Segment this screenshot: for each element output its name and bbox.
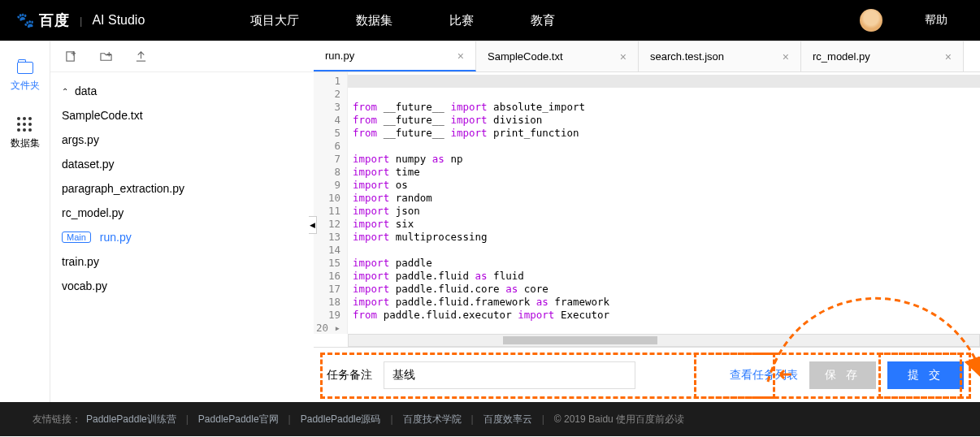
nav-education[interactable]: 教育 [531, 13, 555, 28]
footer-copyright: © 2019 Baidu 使用百度前必读 [554, 413, 684, 426]
editor-tabs: run.py× SampleCode.txt× search.test.json… [314, 41, 980, 72]
close-icon[interactable]: × [783, 50, 789, 63]
close-icon[interactable]: × [620, 50, 627, 63]
rail-dataset-label: 数据集 [11, 136, 40, 150]
logo[interactable]: 🐾 百度 | AI Studio [16, 11, 145, 30]
left-rail: 文件夹 数据集 [0, 41, 50, 402]
footer-link[interactable]: 百度效率云 [483, 413, 532, 426]
footer-link[interactable]: 百度技术学院 [403, 413, 462, 426]
chevron-down-icon: ⌃ [62, 87, 68, 96]
tab-rcmodel[interactable]: rc_model.py× [801, 41, 964, 71]
help-link[interactable]: 帮助 [925, 13, 947, 28]
nav-competition[interactable]: 比赛 [449, 13, 474, 28]
tab-run[interactable]: run.py× [314, 41, 476, 71]
task-note-input[interactable] [384, 361, 635, 389]
new-folder-icon[interactable] [100, 50, 112, 63]
file-item-main[interactable]: Mainrun.py [50, 225, 314, 249]
top-nav: 项目大厅 数据集 比赛 教育 [250, 13, 555, 28]
file-item[interactable]: paragraph_extraction.py [50, 176, 314, 201]
horizontal-scrollbar[interactable] [348, 334, 980, 347]
save-button[interactable]: 保 存 [809, 361, 876, 389]
submit-button[interactable]: 提 交 [887, 361, 964, 389]
user-avatar[interactable] [860, 9, 882, 32]
rail-files[interactable]: 文件夹 [11, 62, 40, 93]
logo-separator: | [80, 15, 82, 27]
logo-sub-text: AI Studio [92, 13, 145, 28]
close-icon[interactable]: × [945, 50, 952, 63]
footer-link[interactable]: PaddlePaddle官网 [198, 413, 279, 426]
nav-datasets[interactable]: 数据集 [356, 13, 392, 28]
footer-link[interactable]: PaddlePaddle训练营 [86, 413, 176, 426]
baidu-paw-icon: 🐾 [16, 11, 34, 29]
new-file-icon[interactable] [65, 50, 77, 63]
upload-icon[interactable] [135, 50, 147, 63]
main-badge: Main [62, 231, 91, 243]
file-item[interactable]: dataset.py [50, 152, 314, 176]
line-gutter: 1234567891011121314151617181920 ▸2122232… [314, 72, 348, 334]
file-toolbar [50, 41, 314, 72]
file-explorer: ⌃data SampleCode.txt args.py dataset.py … [50, 41, 314, 402]
tab-sample[interactable]: SampleCode.txt× [476, 41, 639, 71]
action-bar: 任务备注 查看任务列表 保 存 提 交 [314, 347, 980, 402]
collapse-sidebar-handle[interactable]: ◀ [309, 216, 317, 234]
main-area: 文件夹 数据集 ⌃data SampleCode.txt args.py dat… [0, 41, 980, 402]
folder-icon [17, 62, 33, 74]
top-header: 🐾 百度 | AI Studio 项目大厅 数据集 比赛 教育 帮助 [0, 0, 980, 41]
tab-search[interactable]: search.test.json× [639, 41, 801, 71]
folder-data[interactable]: ⌃data [50, 79, 314, 103]
nav-projects[interactable]: 项目大厅 [250, 13, 299, 28]
file-item[interactable]: SampleCode.txt [50, 103, 314, 128]
footer: 友情链接： PaddlePaddle训练营| PaddlePaddle官网| P… [0, 402, 980, 436]
grid-dots-icon [17, 117, 33, 132]
file-item[interactable]: rc_model.py [50, 201, 314, 225]
code-body[interactable]: from __future__ import absolute_import f… [348, 72, 980, 334]
file-list: ⌃data SampleCode.txt args.py dataset.py … [50, 72, 314, 305]
task-note-label: 任务备注 [327, 368, 372, 383]
logo-main-text: 百度 [39, 11, 70, 30]
file-item[interactable]: args.py [50, 128, 314, 152]
view-tasks-link[interactable]: 查看任务列表 [730, 368, 798, 383]
close-icon[interactable]: × [457, 50, 464, 63]
editor-panel: ◀ run.py× SampleCode.txt× search.test.js… [314, 41, 980, 402]
scrollbar-thumb[interactable] [503, 336, 657, 344]
code-editor[interactable]: 1234567891011121314151617181920 ▸2122232… [314, 72, 980, 334]
file-item[interactable]: train.py [50, 249, 314, 274]
file-item[interactable]: vocab.py [50, 274, 314, 298]
footer-label: 友情链接： [33, 413, 81, 426]
rail-dataset[interactable]: 数据集 [11, 117, 40, 150]
rail-files-label: 文件夹 [11, 79, 40, 93]
footer-link[interactable]: PaddlePaddle源码 [301, 413, 381, 426]
